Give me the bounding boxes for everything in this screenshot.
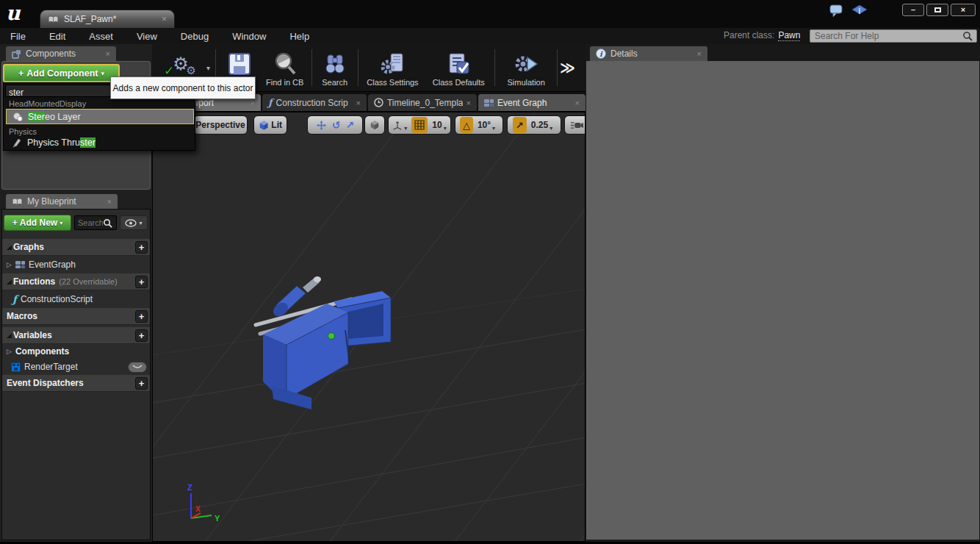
variables-section-header[interactable]: ◢ Variables +: [2, 327, 150, 344]
functions-section-header[interactable]: ◢ Functions (22 Overridable) +: [2, 273, 150, 290]
rotation-snap-value-button[interactable]: 10° ▾: [475, 117, 498, 133]
dropdown-item-physics-thruster[interactable]: Physics Thruster: [6, 137, 194, 148]
add-new-button[interactable]: + Add New ▾: [4, 215, 71, 231]
toolbar-expand-chevron[interactable]: ≫: [560, 59, 575, 76]
add-macro-button[interactable]: +: [135, 310, 148, 323]
scale-tool-icon[interactable]: ↗: [346, 119, 355, 131]
scale-snap-toggle[interactable]: ↗: [513, 117, 527, 133]
my-blueprint-search-input[interactable]: [75, 218, 103, 227]
camera-mesh[interactable]: [256, 276, 391, 409]
tab-close-icon[interactable]: ×: [466, 99, 471, 107]
menu-help[interactable]: Help: [278, 31, 321, 42]
rotation-snap-toggle[interactable]: △: [460, 117, 473, 133]
render-target-item[interactable]: RenderTarget: [2, 359, 150, 375]
parent-class-label: Parent class:: [724, 30, 774, 40]
asset-editor-tab[interactable]: SLAF_Pawn* ×: [40, 10, 175, 28]
my-blueprint-close-icon[interactable]: ×: [107, 197, 112, 206]
graphs-section-header[interactable]: ◢ Graphs +: [2, 239, 150, 256]
book-icon: [12, 198, 23, 206]
expander-icon[interactable]: ◢: [7, 332, 12, 339]
unreal-blueprint-editor: u SLAF_Pawn* × – × File E: [0, 0, 980, 544]
snap-axis-widget-icon[interactable]: ▾: [389, 117, 410, 133]
details-panel-body[interactable]: [586, 61, 979, 540]
add-event-dispatcher-button[interactable]: +: [135, 377, 148, 390]
asset-tab-close-icon[interactable]: ×: [162, 14, 167, 24]
construction-script-item[interactable]: ƒ ConstructionScript: [2, 290, 150, 308]
parent-class-value[interactable]: Pawn: [778, 30, 800, 41]
window-controls: – ×: [902, 4, 976, 16]
simulation-label: Simulation: [507, 78, 544, 87]
eye-icon: [125, 219, 137, 227]
menu-asset[interactable]: Asset: [77, 31, 125, 42]
close-button[interactable]: ×: [951, 4, 976, 16]
coordinate-space-button[interactable]: [364, 115, 385, 135]
label-pre: Physics Thru: [27, 137, 80, 148]
event-dispatchers-header-label: Event Dispatchers: [7, 378, 84, 388]
lit-mode-button[interactable]: Lit: [253, 115, 287, 135]
tab-close-icon[interactable]: ×: [575, 99, 580, 107]
find-in-cb-button[interactable]: Find in CB: [261, 46, 309, 89]
component-search-input[interactable]: [6, 87, 111, 99]
search-button[interactable]: Search: [314, 46, 356, 89]
render-target-label: RenderTarget: [24, 362, 78, 372]
menu-view[interactable]: View: [125, 31, 169, 42]
tab-close-icon[interactable]: ×: [251, 99, 255, 107]
help-search-box[interactable]: [810, 29, 977, 43]
add-graph-button[interactable]: +: [135, 241, 148, 254]
eventgraph-item[interactable]: ▷ EventGraph: [2, 256, 150, 273]
macros-section-header[interactable]: Macros +: [2, 308, 150, 325]
expander-icon[interactable]: ◢: [7, 243, 12, 251]
tutorial-icon[interactable]: [851, 4, 868, 18]
magnifier-icon: [273, 51, 298, 76]
menu-file[interactable]: File: [0, 31, 37, 42]
plus-icon: +: [139, 378, 145, 389]
tab-construction-script[interactable]: ƒ Construction Scrip ×: [262, 94, 367, 111]
grid-snap-value-button[interactable]: 10 ▾: [429, 117, 449, 133]
plus-icon: +: [139, 242, 145, 253]
scale-snap-value-button[interactable]: 0.25 ▾: [528, 117, 555, 133]
component-search-box[interactable]: [5, 85, 112, 97]
menu-debug[interactable]: Debug: [169, 31, 220, 42]
grid-snap-toggle[interactable]: [411, 117, 428, 133]
components-panel-tab[interactable]: Components ×: [6, 46, 116, 61]
gear-icon: ⚙: [186, 64, 195, 77]
event-dispatchers-section-header[interactable]: Event Dispatchers +: [2, 375, 150, 392]
label-rest: eo Layer: [45, 112, 81, 122]
physics-thruster-label: Physics Thruster: [27, 137, 96, 148]
dropdown-item-stereo-layer[interactable]: Stereo Layer: [6, 109, 194, 124]
details-panel-tab[interactable]: i Details ×: [590, 46, 707, 61]
event-graph-icon: [484, 99, 494, 107]
expander-icon[interactable]: ▷: [7, 261, 12, 268]
tab-close-icon[interactable]: ×: [356, 99, 361, 107]
components-variable-group[interactable]: ▷ Components: [2, 344, 150, 359]
variable-hidden-eye-icon[interactable]: [128, 362, 147, 373]
expander-icon[interactable]: ▷: [7, 348, 12, 355]
my-blueprint-search-box[interactable]: [74, 215, 117, 230]
feedback-icon[interactable]: [829, 4, 845, 18]
rotate-tool-icon[interactable]: ↺: [332, 119, 341, 131]
visibility-filter-button[interactable]: ▾: [120, 215, 148, 230]
class-defaults-button[interactable]: Class Defaults: [425, 46, 492, 89]
tab-timeline[interactable]: Timeline_0_Templa ×: [368, 94, 477, 111]
my-blueprint-panel-tab[interactable]: My Blueprint ×: [6, 194, 118, 209]
menu-edit[interactable]: Edit: [37, 31, 77, 42]
class-settings-button[interactable]: Class Settings: [361, 46, 425, 89]
perspective-button[interactable]: Perspective: [193, 115, 248, 135]
help-search-input[interactable]: [810, 31, 962, 41]
camera-speed-group[interactable]: 4 ▾: [564, 115, 586, 135]
maximize-button[interactable]: [926, 4, 948, 16]
move-tool-icon[interactable]: [316, 120, 327, 131]
expander-icon[interactable]: ◢: [7, 278, 12, 285]
details-panel-close-icon[interactable]: ×: [697, 49, 702, 58]
simulation-button[interactable]: Simulation: [497, 46, 555, 89]
add-component-button[interactable]: + Add Component ▾: [3, 64, 120, 82]
compile-options-caret[interactable]: ▾: [206, 64, 210, 72]
add-function-button[interactable]: +: [135, 276, 148, 288]
viewport-3d[interactable]: Z Y X Perspective Lit: [152, 112, 586, 542]
add-variable-button[interactable]: +: [135, 329, 148, 342]
menu-window[interactable]: Window: [220, 31, 278, 42]
minimize-button[interactable]: –: [902, 4, 924, 16]
tab-event-graph[interactable]: Event Graph ×: [478, 94, 586, 111]
texture-target-icon: [11, 362, 21, 372]
components-panel-close-icon[interactable]: ×: [106, 49, 110, 58]
